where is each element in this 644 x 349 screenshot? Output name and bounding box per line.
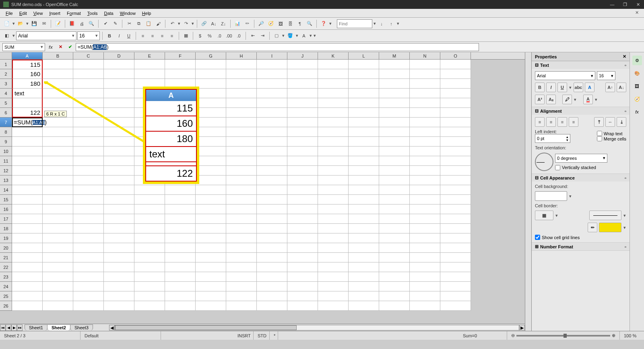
- cell-H7[interactable]: [226, 118, 257, 127]
- cell-O26[interactable]: [440, 301, 471, 311]
- cell-B5[interactable]: [43, 98, 73, 108]
- cell-I8[interactable]: [257, 127, 287, 137]
- cell-N3[interactable]: [410, 79, 440, 89]
- cell-I10[interactable]: [257, 147, 287, 156]
- cell-K18[interactable]: [318, 224, 349, 233]
- cell-L8[interactable]: [349, 127, 379, 137]
- cell-M5[interactable]: [379, 98, 410, 108]
- find-prev-icon[interactable]: ↑: [387, 19, 396, 28]
- number-format-section-header[interactable]: ⊞ Number Format▫: [532, 243, 630, 250]
- cell-G4[interactable]: [196, 89, 226, 98]
- border-preset-dd[interactable]: ▾: [555, 213, 558, 218]
- menu-help[interactable]: Help: [139, 10, 155, 17]
- cell-C13[interactable]: [73, 176, 104, 185]
- cell-D17[interactable]: [104, 214, 134, 224]
- cell-J23[interactable]: [287, 272, 318, 282]
- valign-middle-icon[interactable]: ↔: [605, 117, 615, 127]
- font-color-icon[interactable]: A: [299, 31, 308, 40]
- cell-E22[interactable]: [134, 262, 165, 272]
- status-sum[interactable]: Sum=0: [459, 331, 507, 340]
- cell-I9[interactable]: [257, 137, 287, 147]
- cell-bg-dd[interactable]: ▾: [569, 194, 572, 199]
- status-style[interactable]: Default: [80, 331, 161, 340]
- sort-desc-icon[interactable]: Z↓: [219, 19, 228, 28]
- cell-I25[interactable]: [257, 291, 287, 301]
- cell-J2[interactable]: [287, 69, 318, 79]
- cell-K8[interactable]: [318, 127, 349, 137]
- cell-L21[interactable]: [349, 253, 379, 262]
- hscroll-track[interactable]: [115, 325, 519, 330]
- cell-C8[interactable]: [73, 127, 104, 137]
- cell-A20[interactable]: [12, 243, 43, 253]
- cell-A2[interactable]: 160: [12, 69, 43, 79]
- cell-N14[interactable]: [410, 185, 440, 195]
- cell-M4[interactable]: [379, 89, 410, 98]
- cell-K24[interactable]: [318, 282, 349, 291]
- cell-G19[interactable]: [196, 233, 226, 243]
- close-panel-icon[interactable]: ✕: [623, 54, 626, 59]
- cell-K5[interactable]: [318, 98, 349, 108]
- close-button[interactable]: ✕: [635, 2, 641, 7]
- cell-K17[interactable]: [318, 214, 349, 224]
- cell-I11[interactable]: [257, 156, 287, 166]
- cell-N19[interactable]: [410, 233, 440, 243]
- cell-M6[interactable]: [379, 108, 410, 118]
- cell-N2[interactable]: [410, 69, 440, 79]
- border-style-dd[interactable]: ▾: [623, 213, 626, 218]
- cell-J16[interactable]: [287, 204, 318, 214]
- cell-A26[interactable]: [12, 301, 43, 311]
- cell-M10[interactable]: [379, 147, 410, 156]
- cell-K4[interactable]: [318, 89, 349, 98]
- currency-icon[interactable]: $: [196, 31, 204, 40]
- cell-H20[interactable]: [226, 243, 257, 253]
- cell-L11[interactable]: [349, 156, 379, 166]
- row-header-25[interactable]: 25: [0, 291, 12, 301]
- cell-O12[interactable]: [440, 166, 471, 176]
- cell-C2[interactable]: [73, 69, 104, 79]
- cell-G20[interactable]: [196, 243, 226, 253]
- row-header-21[interactable]: 21: [0, 253, 12, 262]
- cell-B14[interactable]: [43, 185, 73, 195]
- row-header-4[interactable]: 4: [0, 89, 12, 98]
- text-section-header[interactable]: ⊟ Text▫: [532, 61, 630, 69]
- hscroll-thumb[interactable]: [115, 325, 297, 330]
- cell-L20[interactable]: [349, 243, 379, 253]
- cell-A25[interactable]: [12, 291, 43, 301]
- sidebar-navigator-icon[interactable]: 🧭: [632, 94, 642, 104]
- cell-O10[interactable]: [440, 147, 471, 156]
- cell-M21[interactable]: [379, 253, 410, 262]
- cell-D13[interactable]: [104, 176, 134, 185]
- cell-E15[interactable]: [134, 195, 165, 204]
- col-header-E[interactable]: E: [134, 52, 165, 59]
- remove-decimal-icon[interactable]: .0: [234, 31, 243, 40]
- cell-G23[interactable]: [196, 272, 226, 282]
- copy-icon[interactable]: ⧉: [134, 19, 143, 28]
- cell-D14[interactable]: [104, 185, 134, 195]
- cell-A21[interactable]: [12, 253, 43, 262]
- cell-C15[interactable]: [73, 195, 104, 204]
- cell-J20[interactable]: [287, 243, 318, 253]
- cell-E20[interactable]: [134, 243, 165, 253]
- toolbar-options[interactable]: ▾: [329, 21, 332, 26]
- vertical-scrollbar[interactable]: [525, 52, 531, 331]
- cell-H9[interactable]: [226, 137, 257, 147]
- cell-L26[interactable]: [349, 301, 379, 311]
- cell-bg-picker[interactable]: [535, 191, 567, 201]
- cell-C9[interactable]: [73, 137, 104, 147]
- cell-B12[interactable]: [43, 166, 73, 176]
- cell-F1[interactable]: [165, 60, 196, 69]
- cell-N26[interactable]: [410, 301, 440, 311]
- cell-N25[interactable]: [410, 291, 440, 301]
- cell-N13[interactable]: [410, 176, 440, 185]
- cell-C18[interactable]: [73, 224, 104, 233]
- show-grid-checkbox[interactable]: [535, 235, 540, 240]
- cell-A12[interactable]: [12, 166, 43, 176]
- cell-B9[interactable]: [43, 137, 73, 147]
- spellcheck-icon[interactable]: ✔: [101, 19, 110, 28]
- row-header-11[interactable]: 11: [0, 156, 12, 166]
- cell-E2[interactable]: [134, 69, 165, 79]
- cell-J13[interactable]: [287, 176, 318, 185]
- cell-H2[interactable]: [226, 69, 257, 79]
- bg-color-icon[interactable]: 🪣: [286, 31, 295, 40]
- cell-I18[interactable]: [257, 224, 287, 233]
